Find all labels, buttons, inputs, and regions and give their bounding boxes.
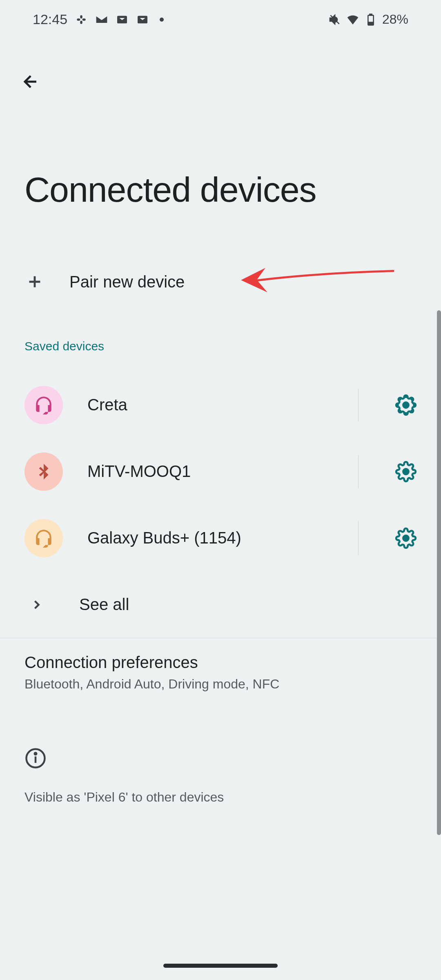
navigation-bar[interactable] (163, 964, 278, 968)
device-name: Creta (87, 396, 334, 414)
info-icon (24, 747, 47, 769)
svg-rect-2 (82, 18, 86, 20)
divider-line (0, 638, 441, 638)
mute-icon (328, 13, 341, 26)
svg-rect-0 (77, 18, 80, 20)
plus-icon (24, 272, 45, 292)
svg-rect-3 (80, 20, 82, 24)
divider (358, 455, 359, 488)
connection-preferences-button[interactable]: Connection preferences Bluetooth, Androi… (24, 653, 416, 692)
headset-icon (24, 519, 63, 557)
pair-label: Pair new device (69, 273, 185, 291)
outlook-icon-2 (136, 13, 149, 26)
svg-rect-7 (370, 14, 372, 15)
divider (358, 521, 359, 555)
device-row-mitv[interactable]: MiTV-MOOQ1 (0, 438, 441, 505)
see-all-label: See all (79, 595, 129, 614)
gear-icon[interactable] (395, 528, 416, 549)
slack-icon (75, 13, 88, 26)
divider (358, 388, 359, 422)
gear-icon[interactable] (395, 461, 416, 482)
svg-rect-1 (80, 15, 82, 18)
status-bar: 12:45 28% (0, 0, 441, 39)
chevron-right-icon (29, 597, 45, 613)
visibility-text: Visible as 'Pixel 6' to other devices (24, 790, 416, 805)
pair-new-device-button[interactable]: Pair new device (24, 261, 416, 302)
svg-rect-8 (369, 22, 373, 24)
mail-icon (95, 13, 108, 26)
battery-percent: 28% (382, 12, 408, 27)
bluetooth-icon (24, 452, 63, 491)
battery-icon (364, 13, 377, 26)
status-left: 12:45 (33, 11, 164, 27)
arrow-left-icon (21, 72, 40, 91)
svg-point-11 (403, 535, 409, 541)
headset-icon (24, 386, 63, 424)
info-section: Visible as 'Pixel 6' to other devices (24, 747, 416, 805)
time-label: 12:45 (33, 11, 67, 27)
svg-point-9 (403, 402, 409, 408)
outlook-icon-1 (116, 13, 129, 26)
gear-icon[interactable] (395, 394, 416, 416)
device-list: Creta MiTV-MOOQ1 (0, 372, 441, 638)
scrollbar[interactable] (437, 310, 441, 835)
see-all-button[interactable]: See all (0, 571, 441, 638)
device-name: Galaxy Buds+ (1154) (87, 529, 334, 547)
page-title: Connected devices (24, 169, 316, 210)
svg-point-14 (35, 753, 37, 755)
more-icon (160, 18, 164, 22)
device-name: MiTV-MOOQ1 (87, 462, 334, 481)
connection-title: Connection preferences (24, 653, 416, 672)
device-row-creta[interactable]: Creta (0, 372, 441, 438)
status-right: 28% (328, 12, 408, 27)
device-row-galaxy-buds[interactable]: Galaxy Buds+ (1154) (0, 505, 441, 571)
wifi-icon (346, 13, 359, 26)
saved-devices-header: Saved devices (24, 339, 104, 353)
connection-subtitle: Bluetooth, Android Auto, Driving mode, N… (24, 677, 416, 692)
back-button[interactable] (16, 67, 45, 96)
svg-point-10 (403, 469, 409, 474)
